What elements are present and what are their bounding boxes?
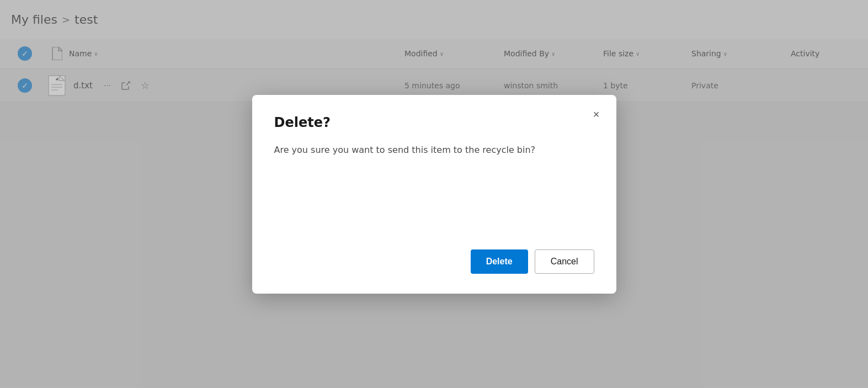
modal-overlay: × Delete? Are you sure you want to send …: [0, 0, 868, 388]
delete-dialog: × Delete? Are you sure you want to send …: [252, 95, 616, 294]
dialog-body: Are you sure you want to send this item …: [274, 143, 594, 227]
dialog-close-button[interactable]: ×: [588, 106, 605, 124]
dialog-footer: Delete Cancel: [274, 249, 594, 274]
cancel-button[interactable]: Cancel: [535, 249, 594, 274]
file-manager: My files > test ✓ Name ∨ Modified ∨ Modi…: [0, 0, 868, 388]
delete-button[interactable]: Delete: [471, 249, 528, 274]
dialog-title: Delete?: [274, 115, 594, 130]
close-icon: ×: [593, 108, 600, 121]
